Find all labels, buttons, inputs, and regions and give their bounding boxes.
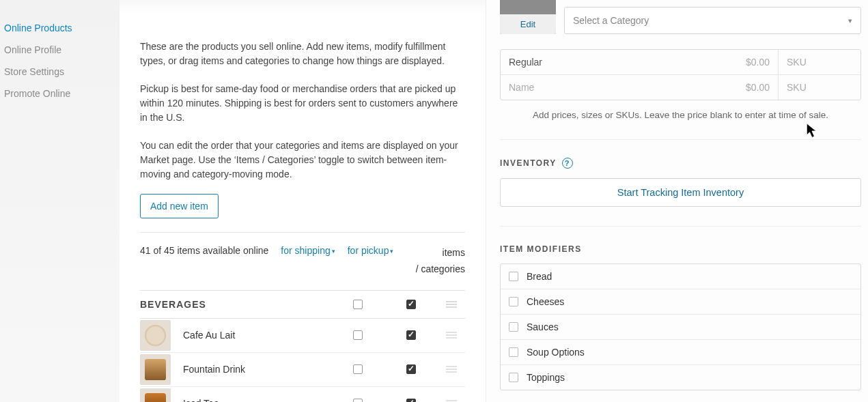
modifier-label: Soup Options xyxy=(527,347,585,358)
category-shipping-checkbox[interactable] xyxy=(353,300,363,309)
item-editor-panel: Edit Select a Category ▾ Regular $0.00 S… xyxy=(486,0,868,402)
help-icon[interactable]: ? xyxy=(562,158,573,169)
variant-sku-field[interactable]: SKU xyxy=(779,50,860,74)
drag-handle-icon[interactable] xyxy=(438,332,465,339)
edit-image-button[interactable]: Edit xyxy=(500,14,556,34)
item-thumbnail xyxy=(140,354,171,385)
mode-items-label: items xyxy=(443,247,465,258)
left-sidebar: Online Products Online Profile Store Set… xyxy=(0,0,120,402)
drag-handle-icon[interactable] xyxy=(438,366,465,373)
sidebar-item-online-profile[interactable]: Online Profile xyxy=(4,39,120,61)
start-tracking-inventory-button[interactable]: Start Tracking Item Inventory xyxy=(500,178,861,207)
inventory-title-label: INVENTORY xyxy=(500,158,557,168)
item-row: Cafe Au Lait xyxy=(140,319,465,353)
price-row[interactable]: Name $0.00 SKU xyxy=(501,75,860,100)
variant-price-field[interactable]: $0.00 xyxy=(697,50,779,74)
modifier-checkbox[interactable] xyxy=(509,322,518,332)
view-mode-toggle[interactable]: items / categories xyxy=(416,245,465,278)
chevron-down-icon: ▾ xyxy=(848,16,852,25)
modifiers-list: Bread Cheeses Sauces Soup Options Toppin… xyxy=(500,263,861,390)
intro-paragraph-3: You can edit the order that your categor… xyxy=(140,139,465,182)
modifier-label: Cheeses xyxy=(527,296,564,307)
modifiers-section-title: ITEM MODIFIERS xyxy=(500,244,861,254)
mode-categories-label: / categories xyxy=(416,263,465,274)
category-name: BEVERAGES xyxy=(140,299,331,310)
variant-name-field[interactable]: Name xyxy=(501,75,697,100)
filter-pickup-label: for pickup xyxy=(348,245,389,256)
category-select-placeholder: Select a Category xyxy=(573,15,649,26)
item-pickup-checkbox[interactable] xyxy=(406,399,416,402)
item-name: Cafe Au Lait xyxy=(183,330,331,341)
modifier-checkbox[interactable] xyxy=(509,297,518,306)
price-table: Regular $0.00 SKU Name $0.00 SKU xyxy=(500,49,861,100)
item-shipping-checkbox[interactable] xyxy=(353,330,363,340)
sidebar-item-online-products[interactable]: Online Products xyxy=(4,17,120,39)
variant-price-field[interactable]: $0.00 xyxy=(697,75,779,100)
modifier-label: Sauces xyxy=(527,321,559,332)
item-row: Iced Tea xyxy=(140,387,465,402)
modifier-row[interactable]: Bread xyxy=(501,264,860,289)
modifier-checkbox[interactable] xyxy=(509,347,518,357)
item-shipping-checkbox[interactable] xyxy=(353,364,363,374)
item-row: Fountain Drink xyxy=(140,353,465,387)
intro-paragraph-1: These are the products you sell online. … xyxy=(140,40,465,68)
modifier-row[interactable]: Sauces xyxy=(501,315,860,340)
modifier-checkbox[interactable] xyxy=(509,373,518,382)
category-select[interactable]: Select a Category ▾ xyxy=(564,7,861,34)
sidebar-item-promote-online[interactable]: Promote Online xyxy=(4,83,120,104)
filter-pickup-dropdown[interactable]: for pickup▾ xyxy=(348,245,394,256)
variant-sku-field[interactable]: SKU xyxy=(779,75,860,100)
item-pickup-checkbox[interactable] xyxy=(406,364,416,374)
item-thumbnail xyxy=(140,388,171,402)
category-header-row: BEVERAGES xyxy=(140,290,465,319)
item-image-box: Edit xyxy=(500,0,556,34)
price-row[interactable]: Regular $0.00 SKU xyxy=(501,50,860,75)
item-thumbnail xyxy=(140,320,171,351)
items-toolbar: 41 of 45 items available online for ship… xyxy=(140,232,465,278)
sidebar-item-store-settings[interactable]: Store Settings xyxy=(4,61,120,83)
cursor-icon xyxy=(806,123,818,139)
modifier-label: Toppings xyxy=(527,372,565,383)
inventory-section-title: INVENTORY ? xyxy=(500,158,861,169)
items-available-count: 41 of 45 items available online xyxy=(140,245,268,256)
modifier-row[interactable]: Soup Options xyxy=(501,340,860,365)
modifier-row[interactable]: Cheeses xyxy=(501,289,860,315)
item-name: Fountain Drink xyxy=(183,364,331,375)
modifier-checkbox[interactable] xyxy=(509,272,518,281)
modifiers-title-label: ITEM MODIFIERS xyxy=(500,244,582,254)
item-shipping-checkbox[interactable] xyxy=(353,399,363,402)
modifier-row[interactable]: Toppings xyxy=(501,365,860,390)
item-pickup-checkbox[interactable] xyxy=(406,330,416,340)
filter-shipping-dropdown[interactable]: for shipping▾ xyxy=(281,245,335,256)
item-name: Iced Tea xyxy=(183,398,331,402)
add-new-item-button[interactable]: Add new item xyxy=(140,194,219,218)
category-pickup-checkbox[interactable] xyxy=(406,300,416,309)
variant-name-field[interactable]: Regular xyxy=(501,50,697,74)
chevron-down-icon: ▾ xyxy=(390,248,393,255)
modifier-label: Bread xyxy=(527,271,552,282)
main-content: These are the products you sell online. … xyxy=(120,0,486,402)
filter-shipping-label: for shipping xyxy=(281,245,330,256)
price-hint-text: Add prices, sizes or SKUs. Leave the pri… xyxy=(500,110,861,120)
drag-handle-icon[interactable] xyxy=(438,301,465,308)
intro-paragraph-2: Pickup is best for same-day food or merc… xyxy=(140,82,465,125)
chevron-down-icon: ▾ xyxy=(332,248,335,255)
